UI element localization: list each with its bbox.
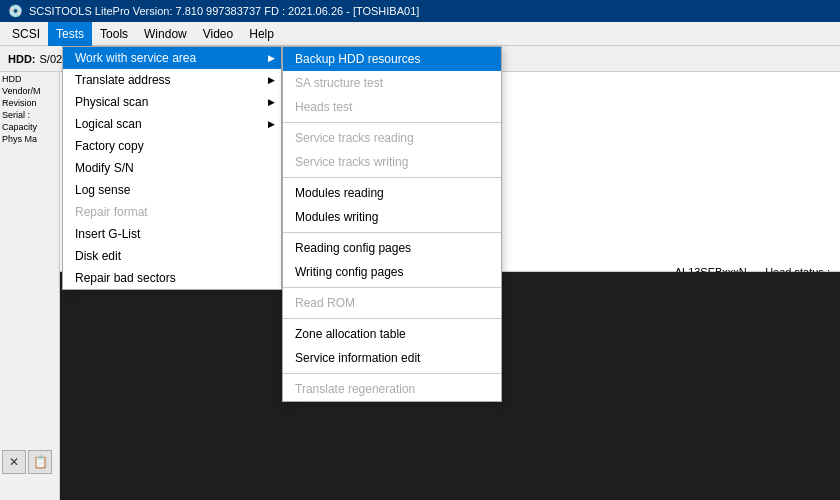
- side-info-line: Capacity: [2, 122, 57, 132]
- side-info-line: Phys Ma: [2, 134, 57, 144]
- side-info-line: Serial :: [2, 110, 57, 120]
- menu-l2-item-heads-test: Heads test: [283, 95, 501, 119]
- menu-l2-separator: [283, 177, 501, 178]
- app-icon: 💿: [8, 4, 23, 18]
- menu-level2[interactable]: Backup HDD resourcesSA structure testHea…: [282, 46, 502, 402]
- menu-l2-item-reading-config-pages[interactable]: Reading config pages: [283, 236, 501, 260]
- menu-l1-item-physical-scan[interactable]: Physical scan: [63, 91, 281, 113]
- menu-l1-item-repair-bad-sectors[interactable]: Repair bad sectors: [63, 267, 281, 289]
- menu-l2-item-read-rom: Read ROM: [283, 291, 501, 315]
- menu-item-tests[interactable]: Tests: [48, 22, 92, 46]
- menu-l2-item-backup-hdd[interactable]: Backup HDD resources: [283, 47, 501, 71]
- menu-l1-item-modify-sn[interactable]: Modify S/N: [63, 157, 281, 179]
- menu-l2-separator: [283, 122, 501, 123]
- menu-l2-separator: [283, 373, 501, 374]
- menu-l2-item-zone-allocation-table[interactable]: Zone allocation table: [283, 322, 501, 346]
- menu-l1-item-translate-address[interactable]: Translate address: [63, 69, 281, 91]
- menu-l1-item-logical-scan[interactable]: Logical scan: [63, 113, 281, 135]
- menu-item-scsi[interactable]: SCSI: [4, 22, 48, 46]
- menu-item-video[interactable]: Video: [195, 22, 241, 46]
- menu-l1-item-work-service-area[interactable]: Work with service area: [63, 47, 281, 69]
- hdd-label: HDD:: [8, 53, 36, 65]
- side-info-line: Vendor/M: [2, 86, 57, 96]
- hdd-info: HDD: S/02: [8, 53, 62, 65]
- menu-l2-separator: [283, 232, 501, 233]
- menu-l2-separator: [283, 318, 501, 319]
- menu-l1-item-disk-edit[interactable]: Disk edit: [63, 245, 281, 267]
- titlebar-text: SCSITOOLS LitePro Version: 7.810 9973837…: [29, 5, 419, 17]
- menu-l2-item-writing-config-pages[interactable]: Writing config pages: [283, 260, 501, 284]
- menu-l1-item-insert-glist[interactable]: Insert G-List: [63, 223, 281, 245]
- close-button[interactable]: ✕: [2, 450, 26, 474]
- hdd-info-panel: HDDVendor/MRevisionSerial :CapacityPhys …: [0, 72, 60, 500]
- menu-l2-item-service-info-edit[interactable]: Service information edit: [283, 346, 501, 370]
- menubar: SCSITestsToolsWindowVideoHelp: [0, 22, 840, 46]
- side-info-line: HDD: [2, 74, 57, 84]
- copy-button[interactable]: 📋: [28, 450, 52, 474]
- menu-l2-item-modules-writing[interactable]: Modules writing: [283, 205, 501, 229]
- hdd-value: S/02: [40, 53, 63, 65]
- menu-l1-item-repair-format: Repair format: [63, 201, 281, 223]
- menu-l1-item-factory-copy[interactable]: Factory copy: [63, 135, 281, 157]
- menu-item-tools[interactable]: Tools: [92, 22, 136, 46]
- menu-l2-item-service-tracks-writing: Service tracks writing: [283, 150, 501, 174]
- menu-item-help[interactable]: Help: [241, 22, 282, 46]
- menu-l2-item-translate-regeneration: Translate regeneration: [283, 377, 501, 401]
- menu-l2-item-service-tracks-reading: Service tracks reading: [283, 126, 501, 150]
- side-info-line: Revision: [2, 98, 57, 108]
- menu-level1[interactable]: Work with service areaTranslate addressP…: [62, 46, 282, 290]
- menu-item-window[interactable]: Window: [136, 22, 195, 46]
- menu-l2-separator: [283, 287, 501, 288]
- menu-l1-item-log-sense[interactable]: Log sense: [63, 179, 281, 201]
- titlebar: 💿 SCSITOOLS LitePro Version: 7.810 99738…: [0, 0, 840, 22]
- menu-l2-item-sa-structure-test: SA structure test: [283, 71, 501, 95]
- menu-l2-item-modules-reading[interactable]: Modules reading: [283, 181, 501, 205]
